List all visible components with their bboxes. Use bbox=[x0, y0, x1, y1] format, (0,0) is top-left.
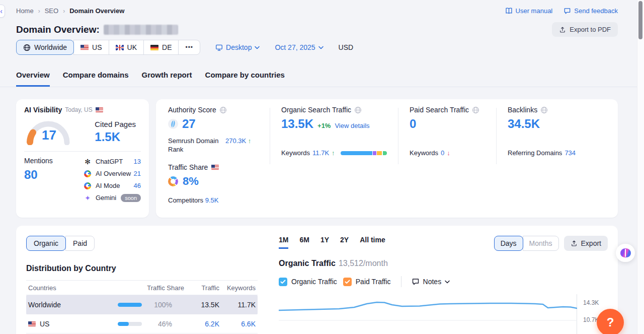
notes-dropdown[interactable]: Notes bbox=[412, 278, 450, 286]
range-1m[interactable]: 1M bbox=[279, 236, 288, 249]
cited-pages-label: Cited Pages bbox=[95, 120, 136, 128]
google-icon bbox=[84, 170, 91, 177]
referring-domains-value[interactable]: 734 bbox=[565, 149, 576, 157]
us-flag-icon bbox=[211, 165, 219, 170]
range-6m[interactable]: 6M bbox=[299, 236, 309, 249]
backlinks-column: Backlinks 34.5K Referring Domains 734 bbox=[508, 106, 606, 211]
send-feedback-label: Send feedback bbox=[574, 7, 618, 15]
export-to-pdf-button[interactable]: Export to PDF bbox=[552, 22, 618, 37]
range-all-time[interactable]: All time bbox=[360, 236, 385, 249]
engine-row-gemini: ✦ Gemini soon bbox=[84, 193, 141, 203]
info-globe-icon[interactable] bbox=[472, 106, 479, 114]
region-worldwide-label: Worldwide bbox=[34, 43, 67, 51]
user-manual-link[interactable]: User manual bbox=[505, 7, 553, 15]
intent-segment-yellow bbox=[377, 151, 382, 155]
region-worldwide-button[interactable]: Worldwide bbox=[16, 40, 74, 55]
months-button[interactable]: Months bbox=[523, 236, 559, 251]
competitors-value[interactable]: 9.5K bbox=[205, 196, 219, 204]
range-2y[interactable]: 2Y bbox=[340, 236, 349, 249]
region-de-button[interactable]: DE bbox=[143, 40, 179, 55]
chart-plot-area[interactable] bbox=[279, 294, 577, 334]
traffic-share-value[interactable]: 8% bbox=[183, 175, 199, 188]
date-select-value: Oct 27, 2025 bbox=[275, 43, 315, 51]
paid-keywords-value[interactable]: 0 bbox=[441, 149, 444, 157]
region-us-button[interactable]: US bbox=[73, 40, 109, 55]
traffic-value[interactable]: 6.2K bbox=[184, 320, 219, 328]
col-traffic: Traffic bbox=[184, 284, 219, 292]
toggle-paid-button[interactable]: Paid bbox=[65, 236, 95, 251]
organic-traffic-chart[interactable]: 14.3K 10.7K 7.1K bbox=[279, 294, 608, 334]
rank-up-arrow: ↑ bbox=[248, 137, 252, 145]
share-percent: 46% bbox=[148, 320, 172, 328]
organic-traffic-change: +1% bbox=[317, 122, 331, 129]
engine-value[interactable]: 13 bbox=[134, 158, 141, 165]
scrollbar-thumb[interactable] bbox=[638, 1, 642, 39]
ai-assistant-widget[interactable] bbox=[616, 244, 635, 262]
breadcrumb-seo[interactable]: SEO bbox=[45, 7, 58, 15]
tab-compare-by-countries[interactable]: Compare by countries bbox=[205, 71, 285, 87]
device-select-value: Desktop bbox=[226, 43, 252, 51]
organic-keywords-value[interactable]: 11.7K bbox=[312, 149, 329, 157]
view-details-link[interactable]: View details bbox=[335, 122, 369, 129]
globe-icon bbox=[23, 44, 31, 51]
send-feedback-link[interactable]: Send feedback bbox=[564, 7, 618, 15]
referring-domains-label: Referring Domains bbox=[508, 149, 562, 157]
authority-score-column: Authority Score 27 Semrush Domain Rank 2… bbox=[168, 106, 259, 211]
range-1y[interactable]: 1Y bbox=[320, 236, 329, 249]
cited-pages-value[interactable]: 1.5K bbox=[95, 130, 136, 144]
breadcrumb-home[interactable]: Home bbox=[16, 7, 34, 15]
engine-value[interactable]: 46 bbox=[134, 182, 141, 189]
keywords-up-arrow: ↑ bbox=[332, 149, 335, 157]
breadcrumb: Home › SEO › Domain Overview User manual… bbox=[16, 7, 618, 15]
user-manual-label: User manual bbox=[516, 7, 553, 15]
paid-traffic-checkbox[interactable] bbox=[343, 278, 352, 286]
mentions-value[interactable]: 80 bbox=[24, 168, 84, 182]
ai-visibility-subtitle: Today, US bbox=[65, 106, 92, 113]
intent-segment-green bbox=[383, 151, 387, 155]
device-select[interactable]: Desktop bbox=[215, 43, 260, 51]
keywords-value: 11.7K bbox=[219, 301, 258, 309]
tab-compare-domains[interactable]: Compare domains bbox=[63, 71, 129, 87]
tab-overview[interactable]: Overview bbox=[16, 71, 50, 87]
engine-value[interactable]: 21 bbox=[134, 170, 141, 177]
engine-row-ai-mode: AI Mode 46 bbox=[84, 181, 141, 190]
y-tick: 14.3K bbox=[583, 299, 599, 306]
date-select[interactable]: Oct 27, 2025 bbox=[275, 43, 323, 51]
sidebar-collapse-button[interactable]: ‹ bbox=[0, 5, 5, 18]
table-row-us[interactable]: US 46% 6.2K 6.6K bbox=[26, 314, 258, 333]
organic-traffic-value[interactable]: 13.5K bbox=[281, 117, 313, 131]
toggle-organic-button[interactable]: Organic bbox=[26, 236, 66, 251]
keywords-value[interactable]: 6.6K bbox=[219, 320, 258, 328]
days-button[interactable]: Days bbox=[494, 236, 523, 251]
domain-redacted-blur bbox=[104, 25, 178, 35]
export-label: Export bbox=[581, 239, 601, 247]
info-globe-icon[interactable] bbox=[354, 106, 362, 114]
help-button[interactable]: ? bbox=[597, 309, 624, 334]
intent-segment-blue bbox=[341, 151, 372, 155]
backlinks-label: Backlinks bbox=[508, 106, 537, 114]
country-name: Worldwide bbox=[26, 301, 118, 309]
authority-score-value[interactable]: 27 bbox=[182, 117, 196, 131]
column-divider bbox=[398, 108, 398, 164]
region-uk-button[interactable]: UK bbox=[109, 40, 144, 55]
info-globe-icon[interactable] bbox=[219, 106, 227, 114]
scrollbar-track[interactable] bbox=[637, 0, 644, 334]
backlinks-value[interactable]: 34.5K bbox=[508, 117, 540, 131]
export-button[interactable]: Export bbox=[564, 236, 608, 251]
table-row-worldwide[interactable]: Worldwide 100% 13.5K 11.7K bbox=[26, 295, 258, 314]
region-more-button[interactable]: ••• bbox=[178, 40, 200, 55]
date-range-tabs: 1M 6M 1Y 2Y All time bbox=[279, 236, 385, 249]
paid-traffic-value[interactable]: 0 bbox=[410, 117, 416, 131]
organic-search-traffic-column: Organic Search Traffic 13.5K +1% View de… bbox=[281, 106, 387, 211]
check-icon bbox=[280, 280, 286, 284]
region-uk-label: UK bbox=[127, 43, 137, 51]
semrush-domain-rank-value[interactable]: 270.3K bbox=[225, 137, 246, 145]
us-flag-icon bbox=[96, 107, 103, 112]
domain-metrics-card: Authority Score 27 Semrush Domain Rank 2… bbox=[156, 99, 618, 218]
organic-traffic-checkbox[interactable] bbox=[279, 278, 287, 286]
traffic-chart-panel: 1M 6M 1Y 2Y All time Days Months Export bbox=[279, 236, 608, 334]
traffic-share-donut-icon bbox=[168, 176, 178, 186]
tabs-divider bbox=[0, 87, 637, 87]
tab-growth-report[interactable]: Growth report bbox=[142, 71, 192, 87]
info-globe-icon[interactable] bbox=[540, 106, 548, 114]
